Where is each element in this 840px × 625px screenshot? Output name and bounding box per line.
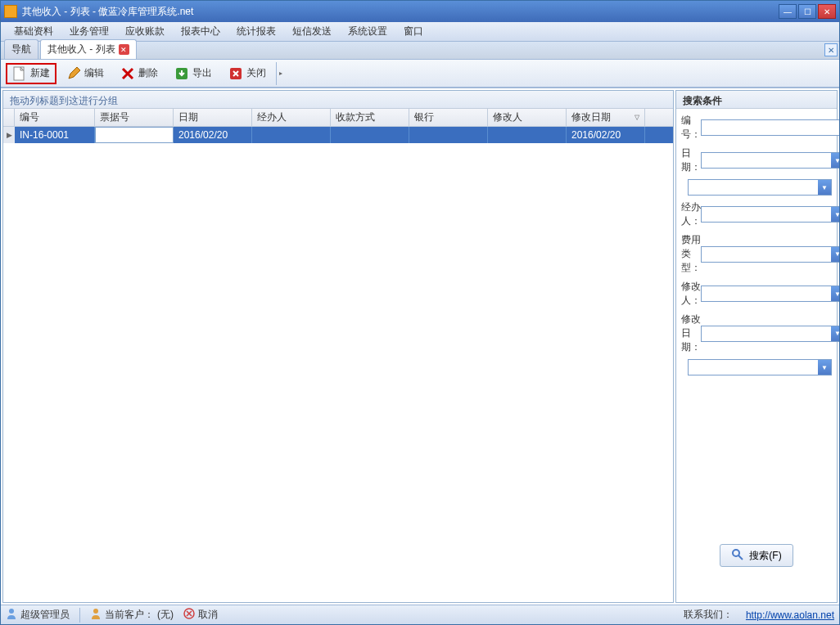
- row-indicator-header: [3, 109, 15, 126]
- label-search-moddate: 修改日期：: [681, 312, 701, 354]
- cell-paymethod[interactable]: [331, 127, 409, 143]
- col-handler[interactable]: 经办人: [252, 109, 331, 126]
- svg-point-3: [733, 550, 739, 556]
- menu-report-center[interactable]: 报表中心: [173, 22, 228, 41]
- col-id[interactable]: 编号: [15, 109, 95, 126]
- tab-other-income-list[interactable]: 其他收入 - 列表 ✕: [40, 39, 137, 59]
- menu-stat-report[interactable]: 统计报表: [228, 22, 284, 41]
- close-button[interactable]: ✕: [818, 4, 836, 19]
- cell-moddate[interactable]: 2016/02/20: [567, 127, 645, 143]
- search-date-to[interactable]: ▼: [688, 179, 832, 196]
- close-red-icon: [228, 66, 243, 81]
- menu-settings[interactable]: 系统设置: [340, 22, 395, 41]
- grid-header: 编号 票据号 日期 经办人 收款方式 银行 修改人 修改日期: [3, 109, 673, 127]
- date-from-input[interactable]: [702, 153, 831, 168]
- cell-modifier[interactable]: [488, 127, 567, 143]
- tab-label: 其他收入 - 列表: [47, 43, 115, 56]
- cell-bank[interactable]: [409, 127, 488, 143]
- search-moddate-from[interactable]: ▼: [701, 326, 839, 342]
- data-grid: 拖动列标题到这进行分组 编号 票据号 日期 经办人 收款方式 银行 修改人 修改…: [2, 90, 674, 603]
- dropdown-icon[interactable]: ▼: [831, 286, 839, 301]
- minimize-button[interactable]: —: [779, 4, 797, 19]
- dropdown-icon[interactable]: ▼: [831, 153, 839, 168]
- search-id-input[interactable]: [701, 119, 839, 136]
- magnifier-icon: [731, 548, 744, 564]
- delete-x-icon: [120, 66, 135, 81]
- col-billno[interactable]: 票据号: [95, 109, 174, 126]
- cell-handler[interactable]: [252, 127, 331, 143]
- menu-sms[interactable]: 短信发送: [284, 22, 340, 41]
- search-modifier-combo[interactable]: ▼: [701, 286, 839, 302]
- col-moddate[interactable]: 修改日期: [567, 109, 645, 126]
- cancel-icon: [183, 608, 195, 622]
- col-paymethod[interactable]: 收款方式: [331, 109, 409, 126]
- moddate-to-input[interactable]: [689, 360, 818, 375]
- cell-date[interactable]: 2016/02/20: [174, 127, 252, 143]
- delete-label: 删除: [138, 66, 158, 80]
- cancel-label: 取消: [198, 608, 218, 622]
- col-date[interactable]: 日期: [174, 109, 252, 126]
- export-button[interactable]: 导出: [168, 63, 219, 84]
- current-user: 超级管理员: [6, 608, 70, 622]
- dropdown-icon[interactable]: ▼: [831, 247, 839, 262]
- menu-basic-data[interactable]: 基础资料: [6, 22, 61, 41]
- dropdown-icon[interactable]: ▼: [818, 360, 831, 375]
- status-bar: 超级管理员 当前客户： (无) 取消 联系我们： http://www.aola…: [1, 605, 839, 624]
- contact-label: 联系我们：: [684, 608, 733, 622]
- date-to-input[interactable]: [689, 180, 818, 195]
- search-date-from[interactable]: ▼: [701, 152, 839, 169]
- col-modifier[interactable]: 修改人: [488, 109, 567, 126]
- tab-label: 导航: [11, 43, 31, 56]
- document-tabs: 导航 其他收入 - 列表 ✕ ✕: [1, 42, 839, 60]
- user-icon: [6, 608, 17, 622]
- title-bar: 其他收入 - 列表 - 傲蓝冷库管理系统.net — ☐ ✕: [1, 1, 839, 22]
- cell-billno[interactable]: [95, 127, 174, 143]
- table-row[interactable]: ▶ IN-16-0001 2016/02/20 2016/02/20: [3, 127, 673, 143]
- separator: [79, 608, 80, 623]
- tabstrip-close-button[interactable]: ✕: [824, 43, 838, 56]
- search-button[interactable]: 搜索(F): [720, 544, 793, 567]
- label-search-modifier: 修改人：: [681, 280, 701, 308]
- new-label: 新建: [30, 66, 50, 80]
- search-handler-combo[interactable]: ▼: [701, 206, 839, 223]
- app-icon: [4, 5, 17, 18]
- svg-point-6: [93, 609, 98, 614]
- row-indicator: ▶: [3, 127, 15, 143]
- cell-id[interactable]: IN-16-0001: [15, 127, 95, 143]
- group-by-hint[interactable]: 拖动列标题到这进行分组: [3, 91, 673, 109]
- dropdown-icon[interactable]: ▼: [818, 180, 831, 195]
- new-button[interactable]: 新建: [6, 63, 56, 84]
- edit-button[interactable]: 编辑: [60, 63, 111, 84]
- menu-business[interactable]: 业务管理: [61, 22, 117, 41]
- toolbar-overflow[interactable]: ▸: [276, 62, 284, 85]
- current-client: 当前客户： (无): [90, 608, 174, 622]
- export-label: 导出: [192, 66, 212, 80]
- close-icon[interactable]: ✕: [119, 44, 129, 55]
- close-tab-button[interactable]: 关闭: [222, 63, 273, 84]
- handler-input[interactable]: [702, 207, 831, 222]
- search-moddate-to[interactable]: ▼: [688, 359, 832, 375]
- tab-navigation[interactable]: 导航: [4, 39, 38, 59]
- client-icon: [90, 608, 102, 622]
- contact-link[interactable]: http://www.aolan.net: [746, 609, 834, 621]
- app-window: 其他收入 - 列表 - 傲蓝冷库管理系统.net — ☐ ✕ 基础资料 业务管理…: [0, 0, 840, 625]
- delete-button[interactable]: 删除: [114, 63, 165, 84]
- label-search-handler: 经办人：: [681, 200, 701, 228]
- maximize-button[interactable]: ☐: [798, 4, 816, 19]
- modifier-input[interactable]: [702, 286, 831, 301]
- search-feetype-combo[interactable]: ▼: [701, 246, 839, 263]
- svg-line-4: [738, 555, 743, 560]
- label-search-date: 日期：: [681, 146, 701, 174]
- grid-body[interactable]: ▶ IN-16-0001 2016/02/20 2016/02/20: [3, 127, 673, 602]
- dropdown-icon[interactable]: ▼: [831, 207, 839, 222]
- client-value: (无): [157, 608, 174, 622]
- toolbar: 新建 编辑 删除 导出 关闭 ▸: [1, 60, 839, 88]
- search-title: 搜索条件: [676, 91, 837, 109]
- menu-window[interactable]: 窗口: [395, 22, 431, 41]
- col-bank[interactable]: 银行: [409, 109, 488, 126]
- moddate-from-input[interactable]: [702, 326, 831, 341]
- menu-receivables[interactable]: 应收账款: [117, 22, 173, 41]
- cancel-client[interactable]: 取消: [183, 608, 218, 622]
- dropdown-icon[interactable]: ▼: [831, 326, 839, 341]
- feetype-input[interactable]: [702, 247, 831, 262]
